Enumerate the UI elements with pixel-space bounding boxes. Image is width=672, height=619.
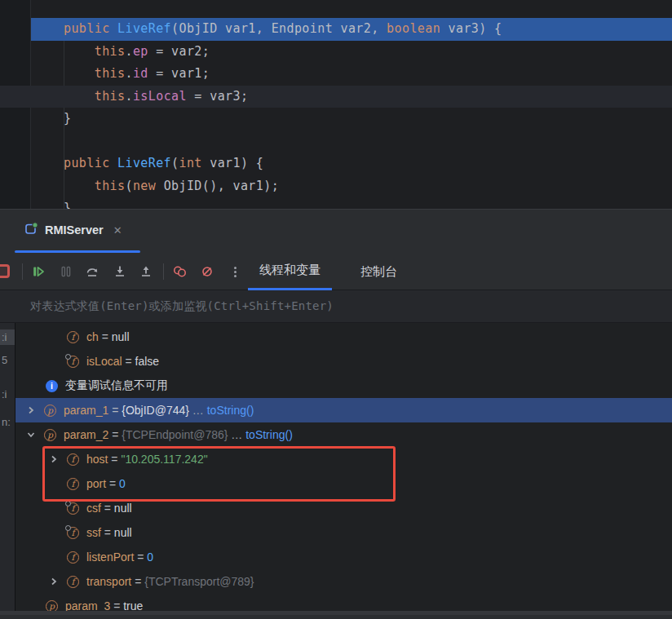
field-icon: f xyxy=(67,356,79,368)
code-token: this xyxy=(95,44,126,59)
evaluate-expression-placeholder: 对表达式求值(Enter)或添加监视(Ctrl+Shift+Enter) xyxy=(30,299,334,314)
code-token: ep xyxy=(133,44,148,59)
modifier-overlay-icon xyxy=(65,501,71,506)
variable-row-param_2[interactable]: pparam_2 = {TCPEndpoint@786} … toString(… xyxy=(15,422,672,447)
chevron-right-icon[interactable] xyxy=(46,454,67,464)
tab-console-label: 控制台 xyxy=(360,264,397,280)
pause-button[interactable] xyxy=(60,265,73,278)
debug-session-icon xyxy=(24,222,38,239)
toolbar-separator xyxy=(163,263,164,280)
field-icon: f xyxy=(67,576,79,588)
modifier-overlay-icon xyxy=(65,525,71,531)
code-token: . xyxy=(125,89,132,104)
field-icon: f xyxy=(67,331,79,343)
variable-value: 0 xyxy=(147,550,153,564)
equals-sign: = xyxy=(108,453,121,466)
debug-tool-window: RMIServer ✕ xyxy=(0,209,672,619)
variable-row-csf[interactable]: fcsf = null xyxy=(15,496,672,520)
code-token: int xyxy=(179,156,201,170)
variable-row-listenPort[interactable]: flistenPort = 0 xyxy=(15,545,672,569)
debug-session-tab-bar: RMIServer ✕ xyxy=(0,210,672,253)
code-line: } xyxy=(0,197,672,209)
variable-row-ssf[interactable]: fssf = null xyxy=(15,520,672,545)
code-line: this.isLocal = var3; xyxy=(0,86,672,108)
ide-debug-screen: { "editor": { "lines": [ {"hl":"exec","s… xyxy=(0,0,672,619)
equals-sign: = xyxy=(101,502,114,515)
code-token: LiveRef xyxy=(117,156,171,170)
variable-value: null xyxy=(114,526,132,539)
variable-value: {TCPEndpoint@786} xyxy=(122,428,228,441)
variables-tree-area: :i5:in: fch = nullfisLocal = falsei变量调试信… xyxy=(0,323,672,615)
step-out-icon[interactable] xyxy=(139,265,153,278)
code-token: = var3; xyxy=(187,89,248,104)
close-icon[interactable]: ✕ xyxy=(112,223,124,237)
frames-panel-edge[interactable]: :i5:in: xyxy=(0,323,15,615)
code-token: this xyxy=(95,66,126,81)
tab-console[interactable]: 控制台 xyxy=(349,253,409,290)
more-options-icon[interactable] xyxy=(229,263,241,280)
variable-row-ch[interactable]: fch = null xyxy=(15,325,672,349)
code-line: this.ep = var2; xyxy=(0,41,672,64)
chevron-right-icon[interactable] xyxy=(23,405,44,415)
field-icon: f xyxy=(67,551,79,564)
frame-item-clipped[interactable]: n: xyxy=(2,416,11,428)
stop-button[interactable] xyxy=(0,264,10,278)
code-token: (ObjID var1, Endpoint var2, xyxy=(171,21,387,36)
resume-button[interactable] xyxy=(32,265,45,278)
tostring-link[interactable]: toString() xyxy=(207,404,254,417)
code-token: new xyxy=(133,179,156,193)
parameter-icon: p xyxy=(44,405,56,417)
variable-value: null xyxy=(114,502,132,515)
variable-row-host[interactable]: fhost = "10.205.117.242" xyxy=(15,447,672,471)
chevron-down-icon[interactable] xyxy=(23,430,44,440)
equals-sign: = xyxy=(134,550,147,564)
variable-row-isLocal[interactable]: fisLocal = false xyxy=(15,349,672,374)
equals-sign: = xyxy=(131,575,144,588)
info-icon: i xyxy=(46,380,58,392)
modifier-overlay-icon xyxy=(65,354,71,360)
variable-row-transport[interactable]: ftransport = {TCPTransport@789} xyxy=(15,569,672,594)
variable-row-port[interactable]: fport = 0 xyxy=(15,471,672,496)
toolbar-separator xyxy=(22,263,23,280)
evaluate-expression-input[interactable]: 对表达式求值(Enter)或添加监视(Ctrl+Shift+Enter) xyxy=(0,290,672,323)
view-breakpoints-icon[interactable] xyxy=(172,265,188,278)
code-token: = var1; xyxy=(148,66,210,81)
info-row[interactable]: i变量调试信息不可用 xyxy=(15,374,672,398)
frame-item-clipped[interactable]: 5 xyxy=(2,354,7,366)
step-into-icon[interactable] xyxy=(113,265,126,278)
variable-name: isLocal xyxy=(86,355,122,368)
variable-value: {TCPTransport@789} xyxy=(144,575,254,588)
code-token: ObjID(), var1); xyxy=(156,179,279,193)
ellipsis: … xyxy=(189,404,207,417)
step-over-icon[interactable] xyxy=(86,265,99,278)
code-token: } xyxy=(64,111,71,126)
code-token xyxy=(64,44,95,59)
code-token: var3) { xyxy=(440,21,502,36)
variable-name: csf xyxy=(86,502,101,515)
equals-sign: = xyxy=(108,428,122,441)
code-token: public xyxy=(64,156,117,170)
code-editor[interactable]: public LiveRef(ObjID var1, Endpoint var2… xyxy=(0,0,672,209)
equals-sign: = xyxy=(101,526,114,539)
frame-item-clipped[interactable]: :i xyxy=(2,388,7,400)
tab-threads-variables-label: 线程和变量 xyxy=(259,263,321,278)
variable-name: listenPort xyxy=(86,550,134,564)
variable-name: param_1 xyxy=(64,404,108,417)
frame-item-clipped[interactable]: :i xyxy=(0,329,15,345)
field-icon: f xyxy=(67,527,79,539)
debugger-toolbar: 线程和变量 控制台 xyxy=(0,253,672,290)
variable-value: {ObjID@744} xyxy=(122,404,189,417)
code-token: boolean xyxy=(387,21,440,36)
variable-name: ch xyxy=(86,330,99,343)
variable-name: port xyxy=(86,477,106,490)
code-token: LiveRef xyxy=(117,21,171,36)
tostring-link[interactable]: toString() xyxy=(245,428,293,441)
code-line: } xyxy=(0,108,672,130)
tab-threads-variables[interactable]: 线程和变量 xyxy=(248,253,332,290)
code-token: var1) { xyxy=(202,156,263,170)
variable-row-param_1[interactable]: pparam_1 = {ObjID@744} … toString() xyxy=(15,398,672,422)
equals-sign: = xyxy=(122,355,135,368)
chevron-right-icon[interactable] xyxy=(46,577,67,586)
session-tab-rmiserver[interactable]: RMIServer ✕ xyxy=(16,210,132,250)
mute-breakpoints-icon[interactable] xyxy=(201,265,214,278)
